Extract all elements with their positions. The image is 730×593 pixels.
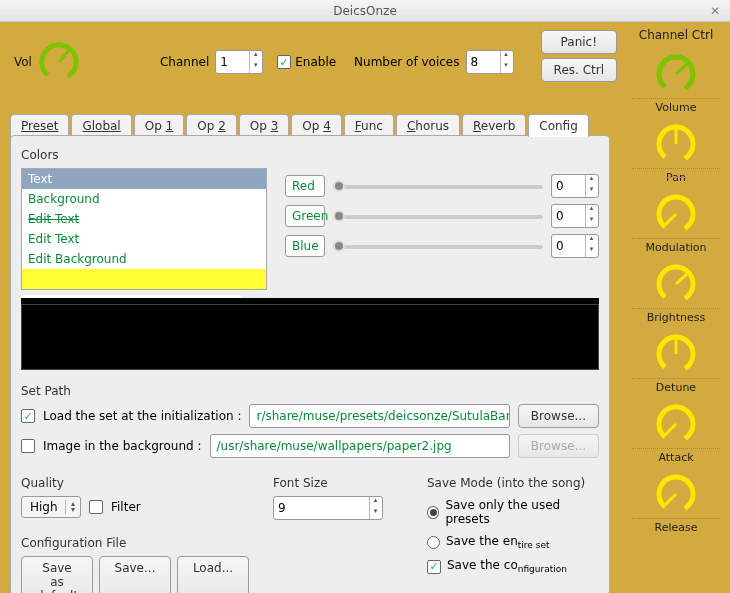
close-icon[interactable]: ✕ [710, 4, 724, 18]
enable-label: Enable [295, 55, 336, 69]
filter-label: Filter [111, 500, 141, 514]
filter-checkbox[interactable] [89, 500, 103, 514]
tab-op4[interactable]: Op 4 [291, 114, 342, 137]
fontsize-spinbox[interactable]: ▴▾ [273, 496, 383, 520]
voices-input[interactable] [471, 55, 499, 69]
preview-bar [21, 298, 599, 304]
save-default-button[interactable]: Save as default [21, 556, 93, 593]
brightness-label: Brightness [632, 308, 720, 324]
blue-label: Blue [285, 235, 325, 257]
savemode-opt1: Save only the used presets [445, 498, 599, 526]
setpath-title: Set Path [21, 384, 599, 398]
window-title: DeicsOnze [333, 4, 397, 18]
modulation-label: Modulation [632, 238, 720, 254]
color-item-background[interactable]: Background [22, 189, 266, 209]
color-item-edit[interactable]: Edit Text [22, 209, 266, 229]
channel-spinbox[interactable]: ▴▾ [215, 50, 263, 74]
tab-config[interactable]: Config [528, 114, 589, 137]
modulation-knob[interactable] [654, 192, 698, 236]
brightness-knob[interactable] [654, 262, 698, 306]
attack-label: Attack [632, 448, 720, 464]
tab-func[interactable]: Func [344, 114, 394, 137]
save-config-checkbox[interactable] [427, 560, 441, 574]
vol-knob[interactable] [38, 41, 80, 83]
release-knob[interactable] [654, 472, 698, 516]
tab-bar: Preset Global Op 1 Op 2 Op 3 Op 4 Func C… [10, 114, 589, 137]
volume-label: Volume [632, 98, 720, 114]
res-ctrl-button[interactable]: Res. Ctrl [541, 58, 617, 82]
config-panel: Colors Text Background Edit Text Edit Te… [10, 135, 610, 593]
voices-spinbox[interactable]: ▴▾ [466, 50, 514, 74]
red-slider[interactable] [333, 177, 543, 195]
panic-button[interactable]: Panic! [541, 30, 617, 54]
detune-label: Detune [632, 378, 720, 394]
chevron-down-icon[interactable]: ▾ [249, 62, 261, 73]
green-label: Green [285, 205, 325, 227]
loadset-checkbox[interactable] [21, 409, 35, 423]
svg-line-13 [665, 424, 676, 435]
loadset-browse-button[interactable]: Browse... [518, 404, 599, 428]
svg-line-9 [676, 274, 687, 284]
color-item-text[interactable]: Text [22, 169, 266, 189]
svg-line-3 [676, 64, 687, 74]
channel-ctrl-header: Channel Ctrl [626, 28, 726, 42]
channel-ctrl-panel: Channel Ctrl Volume Pan Modulation Brigh… [622, 22, 730, 593]
savemode-radio-entire[interactable] [427, 536, 440, 549]
chevron-down-icon[interactable]: ▾ [500, 62, 512, 73]
tab-op3[interactable]: Op 3 [239, 114, 290, 137]
svg-line-15 [665, 494, 676, 505]
window-titlebar: DeicsOnze ✕ [0, 0, 730, 22]
tab-preset[interactable]: Preset [10, 114, 69, 137]
save-button[interactable]: Save... [99, 556, 171, 593]
color-item-swatch[interactable] [22, 269, 266, 289]
preview-box [21, 304, 599, 370]
voices-label: Number of voices [354, 55, 459, 69]
quality-select[interactable]: High▴▾ [21, 496, 81, 518]
volume-knob[interactable] [654, 52, 698, 96]
savemode-title: Save Mode (into the song) [427, 476, 599, 490]
enable-checkbox[interactable] [277, 55, 291, 69]
load-button[interactable]: Load... [177, 556, 249, 593]
loadset-label: Load the set at the initialization : [43, 409, 241, 423]
top-panel: Vol Channel ▴▾ Enable Number of voices ▴… [0, 22, 730, 92]
savemode-opt2: Save the entire set [446, 534, 549, 550]
attack-knob[interactable] [654, 402, 698, 446]
pan-label: Pan [632, 168, 720, 184]
blue-value[interactable]: ▴▾ [551, 234, 599, 258]
bgimage-browse-button: Browse... [518, 434, 599, 458]
savemode-radio-used[interactable] [427, 506, 439, 519]
green-value[interactable]: ▴▾ [551, 204, 599, 228]
loadset-path[interactable]: r/share/muse/presets/deicsonze/SutulaBan… [249, 404, 509, 428]
red-value[interactable]: ▴▾ [551, 174, 599, 198]
color-item-edit-text[interactable]: Edit Text [22, 229, 266, 249]
tab-chorus[interactable]: Chorus [396, 114, 460, 137]
quality-title: Quality [21, 476, 249, 490]
pan-knob[interactable] [654, 122, 698, 166]
color-item-edit-background[interactable]: Edit Background [22, 249, 266, 269]
cfgfile-title: Configuration File [21, 536, 249, 550]
tab-op1[interactable]: Op 1 [134, 114, 185, 137]
bgimage-checkbox[interactable] [21, 439, 35, 453]
tab-op2[interactable]: Op 2 [186, 114, 237, 137]
tab-reverb[interactable]: Reverb [462, 114, 526, 137]
red-label: Red [285, 175, 325, 197]
fontsize-title: Font Size [273, 476, 403, 490]
savemode-opt3: Save the configuration [447, 558, 567, 574]
svg-line-1 [59, 51, 69, 62]
blue-slider[interactable] [333, 237, 543, 255]
vol-label: Vol [14, 55, 32, 69]
bgimage-path[interactable]: /usr/share/muse/wallpapers/paper2.jpg [210, 434, 510, 458]
bgimage-label: Image in the background : [43, 439, 202, 453]
color-list[interactable]: Text Background Edit Text Edit Text Edit… [21, 168, 267, 290]
green-slider[interactable] [333, 207, 543, 225]
colors-title: Colors [21, 148, 599, 162]
release-label: Release [632, 518, 720, 534]
channel-label: Channel [160, 55, 209, 69]
svg-line-7 [665, 214, 676, 225]
channel-input[interactable] [220, 55, 248, 69]
tab-global[interactable]: Global [71, 114, 131, 137]
detune-knob[interactable] [654, 332, 698, 376]
